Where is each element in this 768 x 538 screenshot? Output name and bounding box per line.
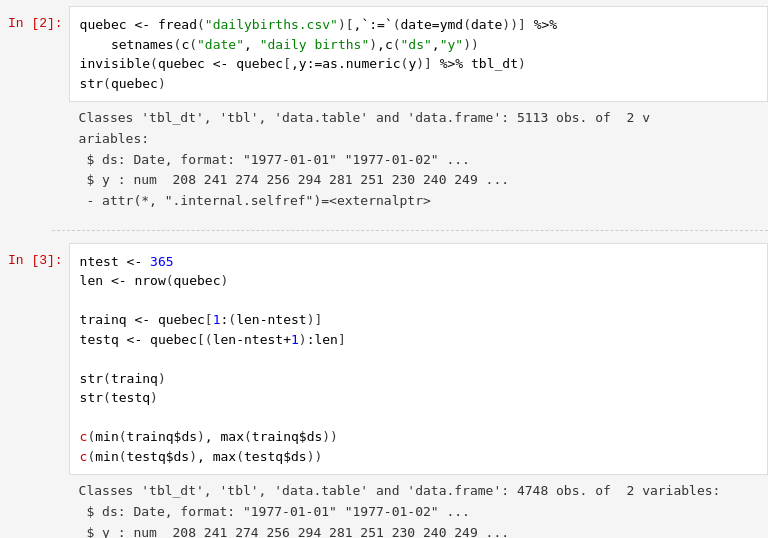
notebook-page: In [2]: quebec <- fread("dailybirths.csv… [0, 0, 768, 538]
cell-3-content: ntest <- 365 len <- nrow(quebec) trainq … [69, 243, 768, 538]
cell-3-output: Classes 'tbl_dt', 'tbl', 'data.table' an… [69, 475, 768, 538]
cell-2-content: quebec <- fread("dailybirths.csv")[,`:=`… [69, 6, 768, 218]
cell-3: In [3]: ntest <- 365 len <- nrow(quebec)… [0, 243, 768, 538]
cell-2: In [2]: quebec <- fread("dailybirths.csv… [0, 6, 768, 218]
cell-separator [52, 230, 768, 231]
cell-3-code-text: ntest <- 365 len <- nrow(quebec) trainq … [80, 252, 757, 467]
cell-2-output: Classes 'tbl_dt', 'tbl', 'data.table' an… [69, 102, 768, 218]
cell-2-label: In [2]: [0, 6, 69, 218]
code-line-1: quebec <- fread("dailybirths.csv")[,`:=`… [80, 15, 757, 93]
cell-3-code[interactable]: ntest <- 365 len <- nrow(quebec) trainq … [69, 243, 768, 476]
notebook-container: In [2]: quebec <- fread("dailybirths.csv… [0, 6, 768, 538]
cell-3-output-text: Classes 'tbl_dt', 'tbl', 'data.table' an… [79, 481, 758, 538]
cell-2-output-text: Classes 'tbl_dt', 'tbl', 'data.table' an… [79, 108, 758, 212]
cell-3-label: In [3]: [0, 243, 69, 538]
cell-2-code[interactable]: quebec <- fread("dailybirths.csv")[,`:=`… [69, 6, 768, 102]
